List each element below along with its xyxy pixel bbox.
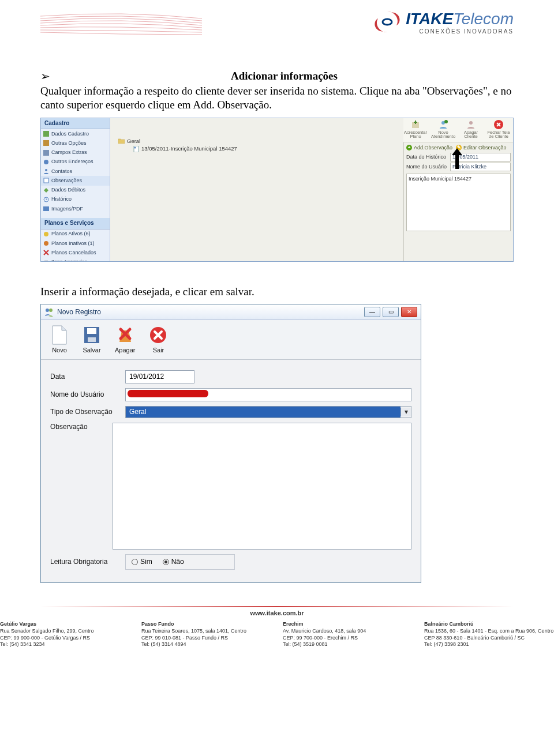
s2-toolbar: Novo Salvar Apagar Sair	[41, 320, 421, 360]
sidebar-item-planos-inativos[interactable]: Planos Inativos (1)	[41, 239, 110, 248]
svg-point-12	[44, 160, 48, 164]
label-leitura: Leitura Obrigatoria	[50, 558, 125, 566]
s2-form: Data 19/01/2012 Nome do Usuário Tipo de …	[41, 360, 421, 582]
svg-rect-28	[87, 328, 96, 334]
s1-group-planos: Planos e Serviços	[41, 218, 110, 230]
footer-col-2: Passo Fundo Rua Teixeira Soares, 1075, s…	[141, 621, 271, 648]
screenshot-novo-registro: Novo Registro — ▭ ✕ Novo Salvar Apagar S…	[40, 304, 421, 583]
sidebar-item-itens-apagados[interactable]: Itens Apagados	[41, 258, 110, 262]
footer-col-4: Balneário Camboriú Rua 1536, 60 - Sala 1…	[424, 621, 554, 648]
section-heading-row: ➢ Adicionar informações	[40, 69, 514, 83]
btn-add-observacao[interactable]: +Add.Observação	[406, 145, 452, 151]
s1-tree-panel: Geral 13/05/2011-Inscrição Municipal 154…	[110, 118, 403, 261]
sidebar-item-planos-cancelados[interactable]: Planos Cancelados	[41, 248, 110, 257]
sidebar-item-contatos[interactable]: Contatos	[41, 167, 110, 176]
toolbar-novo-atendimento[interactable]: NovoAtendimento	[431, 119, 455, 141]
page-header: ITAKETelecom CONEXÕES INOVADORAS	[0, 0, 554, 46]
sidebar-item-dados-cadastro[interactable]: Dados Cadastro	[41, 129, 110, 138]
svg-point-18	[44, 241, 48, 246]
footer-col-3: Erechim Av. Mauricio Cardoso, 418, sala …	[283, 621, 413, 648]
svg-point-13	[45, 169, 47, 171]
footer-url: www.itake.com.br	[0, 610, 554, 616]
svg-rect-11	[43, 150, 49, 156]
radio-nao[interactable]: Não	[163, 558, 184, 566]
label-data-hist: Data do Histórico	[406, 154, 448, 160]
window-max-button[interactable]: ▭	[383, 307, 399, 317]
brand-name: ITAKETelecom	[406, 10, 514, 28]
svg-rect-29	[88, 337, 96, 342]
select-tipo-observacao[interactable]: Geral ▾	[125, 406, 411, 418]
section-title: Adicionar informações	[55, 69, 514, 83]
sidebar-item-planos-ativos[interactable]: Planos Ativos (6)	[41, 230, 110, 239]
tool-apagar[interactable]: Apagar	[115, 325, 135, 355]
radio-sim[interactable]: Sim	[132, 558, 152, 566]
window-title: Novo Registro	[57, 308, 101, 317]
toolbar-fechar[interactable]: Fechar Telade Cliente	[486, 119, 511, 141]
svg-rect-9	[43, 131, 49, 137]
tool-sair[interactable]: Sair	[149, 325, 167, 355]
window-icon	[44, 307, 54, 317]
radio-group-leitura: Sim Não	[125, 554, 235, 570]
s1-group-cadastro: Cadastro	[41, 118, 110, 130]
sidebar-item-historico[interactable]: Histórico	[41, 195, 110, 204]
window-close-button[interactable]: ✕	[401, 307, 417, 317]
svg-point-7	[469, 121, 473, 125]
sidebar-item-campos-extras[interactable]: Campos Extras	[41, 148, 110, 157]
toolbar-acrescentar-plano[interactable]: AcrescentarPlano	[403, 119, 428, 141]
paragraph-intro: Qualquer informação a respeito do client…	[40, 84, 514, 112]
svg-rect-10	[43, 140, 49, 146]
tree-child[interactable]: 13/05/2011-Inscrição Municipal 154427	[118, 145, 401, 152]
svg-rect-19	[44, 261, 48, 262]
footer-divider	[40, 606, 514, 607]
brand-tagline: CONEXÕES INOVADORAS	[406, 28, 514, 35]
textarea-observacao[interactable]	[113, 423, 411, 550]
label-nome-user: Nome do Usuário	[406, 164, 448, 170]
svg-point-17	[44, 232, 48, 236]
input-nome-usuario[interactable]	[125, 388, 411, 401]
s1-sidebar: Cadastro Dados Cadastro Outras Opções Ca…	[41, 118, 110, 261]
obs-text-box: Inscrição Municipal 154427	[406, 174, 511, 231]
tree-root[interactable]: Geral	[118, 138, 401, 145]
label-data: Data	[50, 373, 125, 381]
header-swirl-graphic	[40, 10, 202, 39]
toolbar-apagar-cliente[interactable]: ApagarCliente	[459, 119, 483, 141]
sidebar-item-dados-debitos[interactable]: Dados Débitos	[41, 186, 110, 195]
sidebar-item-imagens[interactable]: Imagens/PDF	[41, 204, 110, 213]
sidebar-item-observacoes[interactable]: Observações	[41, 176, 110, 185]
label-nome-usuario: Nome do Usuário	[50, 390, 125, 399]
sidebar-item-outros-enderecos[interactable]: Outros Endereços	[41, 157, 110, 167]
tool-novo[interactable]: Novo	[50, 325, 69, 355]
s2-titlebar: Novo Registro — ▭ ✕	[41, 304, 421, 320]
screenshot-observacoes: NovoCliente SalvarAlterações Acrescentar…	[40, 118, 514, 262]
chevron-down-icon: ▾	[400, 408, 411, 416]
svg-point-24	[134, 146, 136, 148]
footer-col-1: Getúlio Vargas Rua Senador Salgado Filho…	[0, 621, 130, 648]
btn-editar-observacao[interactable]: ✎Editar Observação	[456, 145, 507, 151]
window-min-button[interactable]: —	[364, 307, 380, 317]
input-data[interactable]: 19/01/2012	[125, 370, 194, 383]
bullet-chevron-icon: ➢	[40, 69, 50, 83]
paragraph-instruction-2: Inserir a informação desejada, e clicar …	[40, 285, 514, 299]
svg-point-6	[444, 120, 448, 123]
sidebar-item-outras-opcoes[interactable]: Outras Opções	[41, 138, 110, 148]
label-observacao: Observação	[50, 423, 113, 431]
footer-columns: Getúlio Vargas Rua Senador Salgado Filho…	[0, 621, 554, 653]
annotation-arrow-up	[451, 148, 463, 169]
label-tipo-observacao: Tipo de Observação	[50, 408, 125, 416]
svg-point-26	[49, 309, 53, 312]
svg-rect-16	[43, 206, 49, 211]
svg-point-25	[46, 309, 49, 312]
tool-salvar[interactable]: Salvar	[83, 325, 101, 355]
brand-block: ITAKETelecom CONEXÕES INOVADORAS	[372, 5, 514, 39]
svg-point-0	[383, 19, 392, 25]
svg-rect-14	[44, 178, 48, 183]
svg-rect-23	[134, 146, 138, 152]
brand-logo-icon	[372, 10, 402, 33]
